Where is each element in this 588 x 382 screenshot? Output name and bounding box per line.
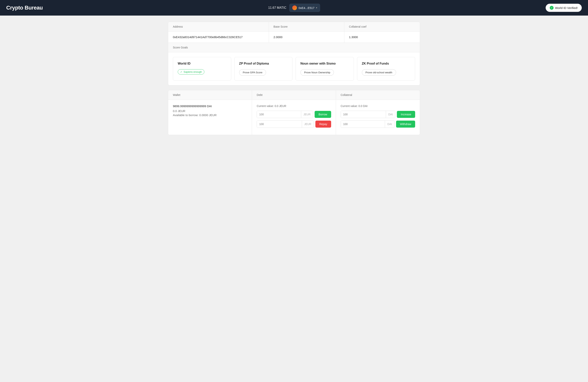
bottom-header: Wallet Debt Collateral — [168, 90, 420, 100]
app-header: Crypto Bureau 11.67 MATIC 0xE4...E517 ▾ … — [0, 0, 588, 16]
bottom-card: Wallet Debt Collateral 9899.999999999999… — [168, 90, 420, 135]
wallet-address: 0xE4...E517 — [298, 6, 315, 10]
header-center: 11.67 MATIC 0xE4...E517 ▾ — [268, 4, 320, 12]
dai-balance: 9899.9999999999999999 DAI — [173, 105, 247, 108]
check-circle-icon: ✓ — [550, 6, 554, 10]
address-value: 0xE432a8314d971441Ad7700e8b45d66cC326CE5… — [168, 32, 269, 42]
increase-row: DAI Increase — [341, 111, 415, 118]
score-goal-world-id: World ID ✓ Sapiens enough — [173, 57, 231, 81]
borrow-button[interactable]: Borrow — [315, 111, 331, 118]
collateral-current-value: Current value: 0.0 DAI — [341, 105, 415, 107]
borrow-input[interactable] — [257, 111, 301, 118]
address-header: Address — [168, 22, 269, 31]
repay-input[interactable] — [257, 121, 302, 127]
borrow-unit: JEUR — [301, 111, 313, 118]
borrow-input-wrapper: JEUR — [257, 111, 313, 118]
prove-gpa-button[interactable]: Prove GPA Score — [239, 69, 266, 76]
main-content: Address Base Score Collateral coef 0xE43… — [162, 16, 426, 141]
world-id-title: World ID — [178, 62, 226, 65]
repay-row: JEUR Repay — [257, 120, 331, 128]
score-goals-grid: World ID ✓ Sapiens enough ZP Proof of Di… — [168, 52, 420, 85]
info-table-header: Address Base Score Collateral coef — [168, 22, 420, 32]
withdraw-input-wrapper: DAI — [341, 120, 395, 128]
withdraw-row: DAI Withdraw — [341, 120, 415, 128]
debt-current-value: Current value: 0.0 JEUR — [257, 105, 331, 107]
diploma-title: ZP Proof of Diploma — [239, 62, 288, 65]
increase-input[interactable] — [341, 111, 386, 118]
withdraw-unit: DAI — [385, 121, 394, 127]
wallet-avatar — [292, 5, 297, 10]
check-icon: ✓ — [180, 70, 182, 73]
score-goal-funds: ZK Proof of Funds Prove old-school wealt… — [357, 57, 415, 81]
debt-column: Current value: 0.0 JEUR JEUR Borrow JEUR… — [252, 100, 336, 135]
info-table-card: Address Base Score Collateral coef 0xE43… — [168, 22, 420, 85]
wallet-column: 9899.9999999999999999 DAI 0.0 JEUR Avail… — [168, 100, 252, 135]
collateral-header: Collateral — [336, 90, 420, 100]
withdraw-input[interactable] — [341, 121, 385, 127]
collateral-coef-header: Collateral coef — [344, 22, 420, 31]
withdraw-button[interactable]: Withdraw — [396, 121, 415, 127]
borrow-row: JEUR Borrow — [257, 111, 331, 118]
noun-title: Noun owner with Sismo — [300, 62, 349, 65]
base-score-value: 2.0000 — [269, 32, 344, 42]
increase-unit: DAI — [386, 111, 395, 118]
available-to-borrow: Available to borrow: 0.0000 JEUR — [173, 113, 247, 117]
wallet-button[interactable]: 0xE4...E517 ▾ — [289, 4, 320, 12]
app-title: Crypto Bureau — [6, 5, 43, 11]
wallet-header: Wallet — [168, 90, 252, 100]
increase-button[interactable]: Increase — [397, 111, 415, 118]
repay-input-wrapper: JEUR — [257, 120, 314, 128]
bottom-content: 9899.9999999999999999 DAI 0.0 JEUR Avail… — [168, 100, 420, 135]
collateral-coef-value: 1.3000 — [344, 32, 420, 42]
funds-title: ZK Proof of Funds — [362, 62, 410, 65]
matic-balance: 11.67 MATIC — [268, 6, 286, 10]
world-id-verified-text: World ID Verified! — [555, 6, 578, 10]
world-id-verified-badge: ✓ World ID Verified! — [546, 4, 582, 12]
score-goal-noun: Noun owner with Sismo Prove Noun Ownersh… — [295, 57, 354, 81]
score-goals-header: Score Goals — [168, 43, 420, 52]
sapiens-enough-badge: ✓ Sapiens enough — [178, 69, 204, 74]
base-score-header: Base Score — [269, 22, 344, 31]
info-table-row: 0xE432a8314d971441Ad7700e8b45d66cC326CE5… — [168, 32, 420, 43]
prove-noun-button[interactable]: Prove Noun Ownership — [300, 69, 334, 76]
sapiens-badge-text: Sapiens enough — [184, 70, 202, 73]
jeur-balance: 0.0 JEUR — [173, 109, 247, 113]
repay-unit: JEUR — [302, 121, 314, 127]
prove-wealth-button[interactable]: Prove old-school wealth — [362, 69, 396, 76]
repay-button[interactable]: Repay — [315, 121, 331, 127]
increase-input-wrapper: DAI — [341, 111, 396, 118]
collateral-column: Current value: 0.0 DAI DAI Increase DAI … — [336, 100, 420, 135]
debt-header: Debt — [252, 90, 336, 100]
score-goal-diploma: ZP Proof of Diploma Prove GPA Score — [234, 57, 293, 81]
chevron-down-icon: ▾ — [316, 6, 317, 9]
